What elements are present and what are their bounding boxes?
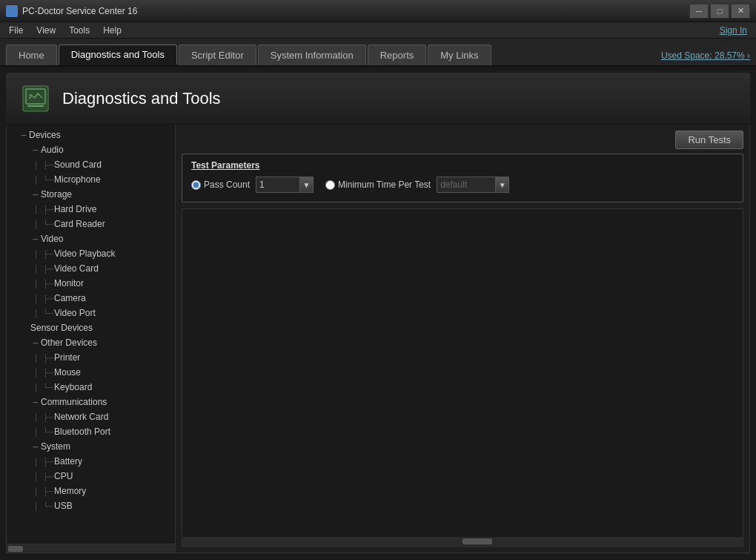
app-title: PC-Doctor Service Center 16	[22, 6, 137, 16]
tree-label-other-devices: Other Devices	[41, 337, 97, 348]
menu-help[interactable]: Help	[97, 24, 127, 37]
tree-node-microphone[interactable]: │ └─ Microphone	[7, 172, 175, 187]
connector: ├─	[42, 458, 54, 466]
tree-node-video-playback[interactable]: │ ├─ Video Playback	[7, 246, 175, 261]
content-horizontal-scrollbar[interactable]	[182, 537, 743, 546]
connector: ├─	[42, 354, 54, 362]
restore-button[interactable]: □	[710, 4, 729, 19]
toggle-video[interactable]: ─	[30, 235, 41, 243]
pass-count-dropdown[interactable]: ▼	[300, 177, 314, 193]
pass-count-label: Pass Count	[204, 179, 250, 190]
tree-node-sensor-devices[interactable]: Sensor Devices	[7, 320, 175, 335]
menu-tools[interactable]: Tools	[63, 24, 96, 37]
tree-node-network-card[interactable]: │ ├─ Network Card	[7, 409, 175, 424]
toggle-devices[interactable]: ─	[19, 131, 29, 139]
tree-label-communications: Communications	[41, 397, 107, 407]
toggle-storage[interactable]: ─	[30, 191, 41, 199]
tree-node-hard-drive[interactable]: │ ├─ Hard Drive	[7, 202, 175, 217]
tree-node-other-devices[interactable]: ─ Other Devices	[7, 335, 175, 350]
tree-node-bluetooth-port[interactable]: │ └─ Bluetooth Port	[7, 424, 175, 439]
connector: │	[30, 280, 42, 288]
sign-in-link[interactable]: Sign In	[720, 25, 753, 36]
tree-node-camera[interactable]: │ ├─ Camera	[7, 291, 175, 306]
connector: │	[30, 220, 42, 228]
connector: └─	[42, 428, 54, 436]
tree-node-video-card[interactable]: │ ├─ Video Card	[7, 261, 175, 276]
tree-label-bluetooth-port: Bluetooth Port	[54, 426, 110, 437]
tree-node-monitor[interactable]: │ ├─ Monitor	[7, 276, 175, 291]
page-header: Diagnostics and Tools	[6, 73, 750, 125]
tab-system-info[interactable]: System Information	[258, 45, 366, 65]
connector: │	[30, 161, 42, 169]
run-tests-button[interactable]: Run Tests	[675, 131, 743, 149]
close-button[interactable]: ✕	[731, 4, 750, 19]
tree-label-video-port: Video Port	[54, 308, 96, 318]
tree-label-video-playback: Video Playback	[54, 248, 116, 259]
toggle-system[interactable]: ─	[30, 443, 41, 451]
tree-node-storage[interactable]: ─ Storage	[7, 187, 175, 202]
tree-node-mouse[interactable]: │ ├─ Mouse	[7, 365, 175, 380]
tree-node-sound-card[interactable]: │ ├─ Sound Card	[7, 157, 175, 172]
tab-home[interactable]: Home	[6, 45, 57, 65]
tree-scroll[interactable]: ─ Devices ─ Audio │ ├─ Sound Card │	[7, 125, 175, 544]
tree-label-keyboard: Keyboard	[54, 382, 92, 392]
menu-file[interactable]: File	[3, 24, 29, 37]
test-params-box: Test Parameters Pass Count ▼ Minimum Tim…	[182, 154, 743, 202]
menu-view[interactable]: View	[30, 24, 62, 37]
connector: ├─	[42, 265, 54, 273]
connector: ├─	[42, 472, 54, 481]
tree-node-card-reader[interactable]: │ └─ Card Reader	[7, 217, 175, 231]
connector: └─	[42, 309, 54, 317]
tree-label-video-card: Video Card	[54, 263, 99, 274]
scrollbar-thumb[interactable]	[462, 538, 492, 544]
toggle-communications[interactable]: ─	[30, 398, 41, 406]
pass-count-input[interactable]	[256, 177, 300, 193]
app-icon	[6, 5, 18, 17]
menu-bar: File View Tools Help Sign In	[0, 22, 756, 39]
used-space-link[interactable]: Used Space: 28.57% ›	[661, 50, 750, 65]
toggle-other-devices[interactable]: ─	[30, 339, 41, 347]
connector: ├─	[42, 280, 54, 288]
tree-horizontal-scrollbar[interactable]	[7, 544, 175, 553]
tree-node-video[interactable]: ─ Video	[7, 231, 175, 246]
tree-label-microphone: Microphone	[54, 174, 101, 185]
title-bar-left: PC-Doctor Service Center 16	[6, 5, 137, 17]
tree-node-communications[interactable]: ─ Communications	[7, 395, 175, 409]
run-tests-bar: Run Tests	[182, 131, 743, 149]
tree-node-memory[interactable]: │ ├─ Memory	[7, 484, 175, 498]
tab-my-links[interactable]: My Links	[428, 45, 491, 65]
tree-node-devices[interactable]: ─ Devices	[7, 128, 175, 142]
tree-node-video-port[interactable]: │ └─ Video Port	[7, 306, 175, 320]
tree-node-audio[interactable]: ─ Audio	[7, 142, 175, 157]
min-time-dropdown[interactable]: ▼	[496, 177, 509, 193]
pass-count-radio[interactable]	[191, 180, 201, 190]
tab-diagnostics[interactable]: Diagnostics and Tools	[59, 45, 177, 65]
tree-pane: ─ Devices ─ Audio │ ├─ Sound Card │	[7, 125, 176, 553]
minimize-button[interactable]: ─	[689, 4, 709, 19]
tree-node-battery[interactable]: │ ├─ Battery	[7, 454, 175, 469]
tree-node-usb[interactable]: │ └─ USB	[7, 498, 175, 513]
tab-script-editor[interactable]: Script Editor	[179, 45, 256, 65]
tree-label-cpu: CPU	[54, 471, 73, 481]
min-time-radio[interactable]	[325, 180, 335, 190]
connector: ├─	[42, 413, 54, 421]
min-time-input-group: ▼	[437, 177, 509, 193]
title-bar: PC-Doctor Service Center 16 ─ □ ✕	[0, 0, 756, 22]
tree-node-cpu[interactable]: │ ├─ CPU	[7, 469, 175, 484]
tree-node-system[interactable]: ─ System	[7, 439, 175, 454]
test-params-row: Pass Count ▼ Minimum Time Per Test ▼	[191, 177, 734, 193]
content-area	[182, 208, 743, 547]
tree-label-sensor-devices: Sensor Devices	[30, 323, 93, 333]
tree-node-keyboard[interactable]: │ └─ Keyboard	[7, 380, 175, 395]
connector: │	[30, 502, 42, 510]
connector: │	[30, 176, 42, 184]
connector: │	[30, 309, 42, 317]
tree-node-printer[interactable]: │ ├─ Printer	[7, 350, 175, 365]
tree-label-camera: Camera	[54, 293, 86, 303]
min-time-input[interactable]	[437, 177, 496, 193]
tree-label-audio: Audio	[41, 145, 64, 155]
pass-count-group: Pass Count	[191, 179, 250, 190]
test-params-legend: Test Parameters	[191, 160, 734, 171]
toggle-audio[interactable]: ─	[30, 146, 41, 154]
tab-reports[interactable]: Reports	[368, 45, 427, 65]
